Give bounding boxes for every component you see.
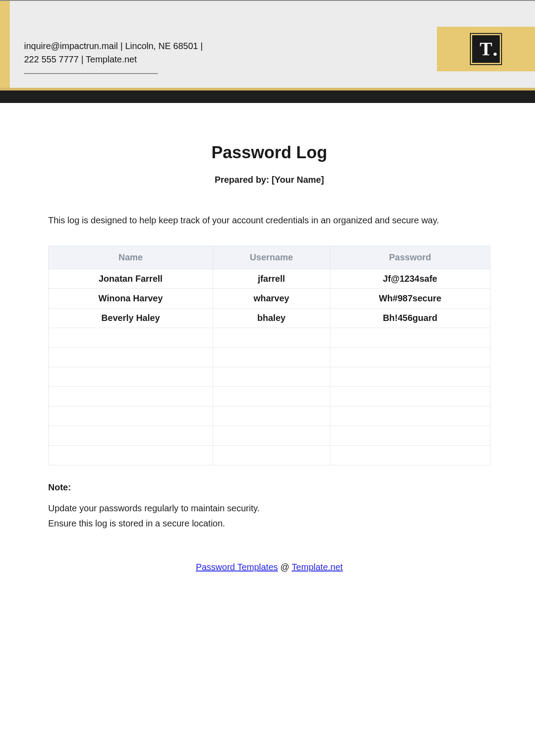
table-row-empty [49,426,490,446]
table-cell-empty [330,407,490,426]
table-cell: jfarrell [213,269,330,289]
table-row-empty [49,328,490,348]
table-cell: Winona Harvey [49,289,213,308]
table-row-empty [49,387,490,407]
table-row-empty [49,407,490,426]
table-cell: Beverly Haley [49,308,213,328]
table-cell: Jonatan Farrell [49,269,213,289]
col-header-username: Username [213,246,330,269]
table-cell-empty [49,446,213,465]
table-cell-empty [213,367,330,387]
table-cell: bhaley [213,308,330,328]
table-row-empty [49,367,490,387]
table-cell-empty [330,328,490,348]
header-divider [24,73,158,74]
table-cell: wharvey [213,289,330,308]
page-title: Password Log [48,143,490,162]
table-row-empty [49,348,490,367]
logo-panel: T [437,27,535,71]
footer: Password Templates @ Template.net [48,562,490,590]
table-row: Beverly HaleybhaleyBh!456guard [49,308,490,328]
table-cell-empty [49,387,213,407]
note-heading: Note: [48,482,490,493]
footer-link-templates[interactable]: Password Templates [196,562,278,572]
table-cell-empty [330,367,490,387]
logo-box: T [471,34,501,64]
table-cell-empty [213,407,330,426]
table-cell-empty [213,387,330,407]
table-cell-empty [49,348,213,367]
table-cell-empty [330,446,490,465]
black-bar [0,90,535,103]
table-cell-empty [49,407,213,426]
password-table: Name Username Password Jonatan Farrelljf… [48,246,490,465]
table-cell-empty [330,426,490,446]
main-content: Password Log Prepared by: [Your Name] Th… [0,103,535,590]
table-header-row: Name Username Password [49,246,490,269]
col-header-name: Name [49,246,213,269]
table-cell-empty [49,367,213,387]
table-cell-empty [330,387,490,407]
header: inquire@impactrun.mail | Lincoln, NE 685… [0,1,535,88]
table-cell: Bh!456guard [330,308,490,328]
table-row-empty [49,446,490,465]
table-cell-empty [213,348,330,367]
note-line: Update your passwords regularly to maint… [48,501,490,516]
table-cell-empty [213,426,330,446]
footer-at: @ [278,562,292,572]
table-row: Jonatan FarrelljfarrellJf@1234safe [49,269,490,289]
intro-text: This log is designed to help keep track … [48,213,490,228]
table-cell: Wh#987secure [330,289,490,308]
logo-letter: T [480,40,492,58]
footer-link-site[interactable]: Template.net [292,562,343,572]
table-row: Winona HarveywharveyWh#987secure [49,289,490,308]
table-cell-empty [330,348,490,367]
table-cell-empty [213,446,330,465]
yellow-accent-strip [0,1,10,88]
page-subtitle: Prepared by: [Your Name] [48,175,490,185]
table-cell-empty [49,426,213,446]
table-cell-empty [49,328,213,348]
col-header-password: Password [330,246,490,269]
note-line: Ensure this log is stored in a secure lo… [48,516,490,531]
table-cell: Jf@1234safe [330,269,490,289]
table-cell-empty [213,328,330,348]
